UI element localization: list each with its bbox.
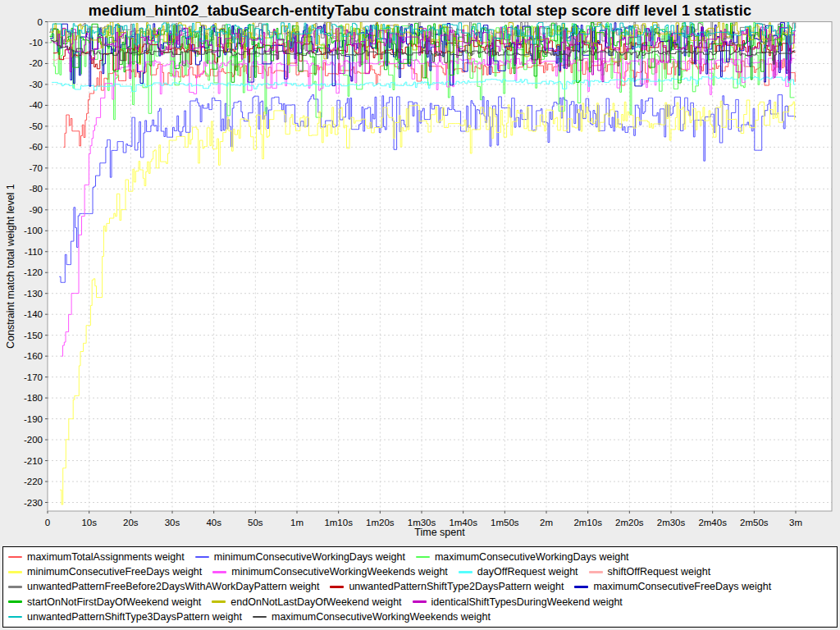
- legend-item: shiftOffRequest weight: [589, 566, 711, 578]
- x-tick-label: 2m10s: [573, 518, 602, 527]
- legend-label: minimumConsecutiveWorkingWeekends weight: [231, 566, 448, 578]
- x-tick-label: 1m: [290, 518, 304, 527]
- y-tick-label: -110: [25, 247, 43, 257]
- x-tick-label: 2m20s: [615, 518, 644, 527]
- legend-label: maximumConsecutiveWorkingWeekends weight: [272, 611, 491, 623]
- y-tick-label: -20: [29, 58, 43, 68]
- x-tick-label: 1m40s: [449, 518, 477, 527]
- legend-swatch-line: [413, 600, 427, 603]
- y-tick-label: 0: [38, 17, 43, 27]
- legend-item: minimumConsecutiveWorkingDays weight: [195, 551, 405, 563]
- x-tick-label: 2m: [540, 518, 553, 527]
- legend-item: maximumTotalAssignments weight: [8, 551, 185, 563]
- y-tick-label: -10: [29, 38, 43, 48]
- legend-label: dayOffRequest weight: [477, 566, 578, 578]
- legend-label: identicalShiftTypesDuringWeekend weight: [431, 596, 623, 608]
- legend-item: dayOffRequest weight: [459, 566, 578, 578]
- legend-swatch-line: [8, 600, 22, 603]
- legend-swatch-line: [459, 571, 472, 573]
- legend-item: maximumConsecutiveFreeDays weight: [574, 581, 771, 592]
- y-tick-label: -80: [29, 184, 43, 194]
- x-tick-label: 3m: [789, 518, 802, 527]
- legend: maximumTotalAssignments weightminimumCon…: [2, 546, 838, 628]
- x-tick-label: 1m50s: [491, 518, 519, 527]
- y-tick-label: -180: [24, 393, 43, 403]
- x-tick-label: 1m20s: [366, 518, 395, 527]
- y-tick-label: -220: [24, 477, 43, 486]
- legend-row: unwantedPatternShiftType3DaysPattern wei…: [8, 611, 832, 623]
- y-tick-label: -40: [29, 100, 43, 110]
- legend-swatch-line: [195, 556, 209, 559]
- y-tick-label: -70: [29, 163, 43, 173]
- y-tick-label: -150: [24, 331, 43, 340]
- legend-item: startOnNotFirstDayOfWeekend weight: [8, 596, 201, 608]
- legend-item: minimumConsecutiveWorkingWeekends weight: [212, 566, 448, 578]
- x-tick-label: 1m10s: [324, 518, 353, 527]
- legend-label: minimumConsecutiveFreeDays weight: [27, 566, 202, 578]
- legend-row: maximumTotalAssignments weightminimumCon…: [8, 551, 832, 563]
- legend-row: unwantedPatternFreeBefore2DaysWithAWorkD…: [8, 581, 832, 592]
- y-tick-label: -140: [24, 309, 43, 319]
- y-tick-label: -170: [24, 372, 43, 382]
- y-tick-label: -90: [29, 205, 43, 215]
- y-tick-label: -60: [29, 142, 43, 152]
- legend-swatch-line: [212, 600, 226, 603]
- x-axis-title: Time spent: [48, 527, 832, 538]
- legend-swatch-line: [8, 556, 22, 559]
- legend-item: endOnNotLastDayOfWeekend weight: [212, 596, 401, 608]
- legend-label: minimumConsecutiveWorkingDays weight: [214, 551, 405, 563]
- legend-item: unwantedPatternShiftType2DaysPattern wei…: [330, 581, 564, 592]
- legend-swatch-line: [253, 616, 267, 619]
- y-tick-label: -210: [24, 456, 43, 466]
- legend-swatch-line: [416, 556, 430, 559]
- x-tick-label: 20s: [123, 518, 139, 527]
- x-tick-label: 30s: [165, 518, 180, 527]
- x-tick-label: 10s: [81, 518, 97, 527]
- legend-item: maximumConsecutiveWorkingWeekends weight: [253, 611, 491, 623]
- x-tick-label: 2m30s: [657, 518, 686, 527]
- x-tick-label: 1m30s: [408, 518, 436, 527]
- legend-swatch-line: [8, 571, 22, 573]
- legend-swatch-line: [212, 571, 226, 573]
- y-tick-label: -100: [24, 226, 43, 235]
- legend-swatch-line: [574, 586, 588, 588]
- y-tick-label: -230: [24, 498, 43, 508]
- y-axis-title: Constraint match total weight level 1: [3, 22, 18, 511]
- x-tick-label: 40s: [206, 518, 221, 527]
- legend-label: unwantedPatternShiftType2DaysPattern wei…: [349, 581, 564, 592]
- y-tick-label: -200: [24, 435, 43, 445]
- legend-label: maximumConsecutiveFreeDays weight: [593, 581, 771, 592]
- legend-label: endOnNotLastDayOfWeekend weight: [231, 596, 401, 608]
- y-tick-label: -130: [24, 289, 43, 299]
- legend-label: shiftOffRequest weight: [608, 566, 711, 578]
- benchmark-statistic-chart: medium_hint02_tabuSearch-entityTabu cons…: [0, 0, 840, 630]
- legend-swatch-line: [589, 571, 603, 573]
- legend-swatch-line: [330, 586, 344, 588]
- y-tick-label: -30: [29, 80, 43, 89]
- legend-item: unwantedPatternShiftType3DaysPattern wei…: [8, 611, 242, 623]
- x-tick-label: 50s: [248, 518, 263, 527]
- legend-label: startOnNotFirstDayOfWeekend weight: [27, 596, 201, 608]
- x-tick-label: 2m40s: [698, 518, 727, 527]
- y-tick-label: -50: [29, 121, 43, 131]
- plot-canvas: 010s20s30s40s50s1m1m10s1m20s1m30s1m40s1m…: [0, 0, 840, 543]
- x-tick-label: 2m50s: [740, 518, 769, 527]
- legend-label: maximumTotalAssignments weight: [27, 551, 185, 563]
- legend-label: unwantedPatternFreeBefore2DaysWithAWorkD…: [27, 581, 319, 592]
- legend-row: startOnNotFirstDayOfWeekend weightendOnN…: [8, 596, 832, 608]
- legend-item: minimumConsecutiveFreeDays weight: [8, 566, 202, 578]
- legend-label: maximumConsecutiveWorkingDays weight: [435, 551, 629, 563]
- y-tick-label: -160: [24, 351, 43, 361]
- legend-item: identicalShiftTypesDuringWeekend weight: [413, 596, 623, 608]
- legend-label: unwantedPatternShiftType3DaysPattern wei…: [27, 611, 242, 623]
- y-tick-label: -190: [24, 414, 43, 424]
- x-tick-label: 0: [45, 518, 50, 527]
- legend-item: unwantedPatternFreeBefore2DaysWithAWorkD…: [8, 581, 319, 592]
- legend-swatch-line: [8, 616, 22, 619]
- plot-area: [48, 22, 832, 512]
- legend-swatch-line: [8, 586, 22, 588]
- legend-item: maximumConsecutiveWorkingDays weight: [416, 551, 629, 563]
- y-tick-label: -120: [24, 267, 43, 277]
- legend-row: minimumConsecutiveFreeDays weightminimum…: [8, 566, 832, 578]
